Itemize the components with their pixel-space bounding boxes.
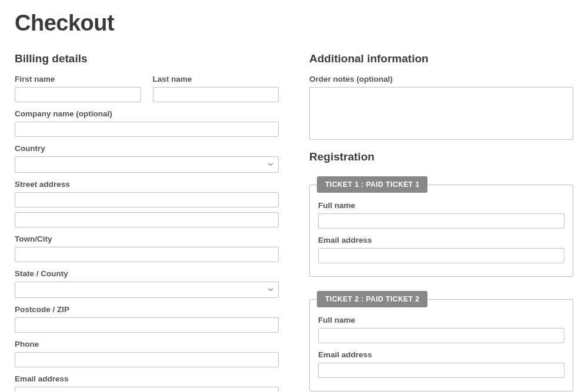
ticket-1-fullname-label: Full name	[318, 201, 564, 210]
right-column: Additional information Order notes (opti…	[309, 52, 573, 392]
street-address-1-input[interactable]	[15, 192, 279, 207]
ticket-2-fullname-label: Full name	[318, 316, 564, 324]
town-input[interactable]	[15, 247, 279, 262]
town-label: Town/City	[15, 234, 279, 243]
phone-input[interactable]	[15, 352, 279, 367]
order-notes-textarea[interactable]	[309, 87, 573, 140]
last-name-label: Last name	[153, 75, 279, 83]
street-label: Street address	[15, 180, 279, 189]
billing-email-input[interactable]	[15, 387, 279, 392]
company-input[interactable]	[15, 122, 279, 137]
checkout-columns: Billing details First name Last name Com…	[15, 52, 573, 392]
ticket-1-fullname-input[interactable]	[318, 213, 564, 229]
billing-email-label: Email address	[15, 374, 279, 383]
registration-heading: Registration	[309, 150, 573, 163]
postcode-input[interactable]	[15, 317, 279, 333]
ticket-2-legend: TICKET 2 : PAID TICKET 2	[317, 291, 427, 307]
ticket-1-legend: TICKET 1 : PAID TICKET 1	[317, 176, 427, 193]
ticket-1-email-label: Email address	[318, 236, 564, 244]
order-notes-label: Order notes (optional)	[309, 75, 573, 83]
billing-column: Billing details First name Last name Com…	[15, 52, 279, 392]
first-name-input[interactable]	[15, 87, 141, 102]
company-label: Company name (optional)	[15, 109, 279, 118]
additional-heading: Additional information	[309, 52, 573, 65]
last-name-input[interactable]	[153, 87, 279, 102]
country-label: Country	[15, 144, 279, 153]
ticket-2-email-input[interactable]	[318, 363, 564, 378]
chevron-down-icon	[268, 286, 273, 294]
ticket-2-fieldset: TICKET 2 : PAID TICKET 2 Full name Email…	[309, 291, 573, 391]
ticket-2-fullname-input[interactable]	[318, 328, 564, 343]
street-address-2-input[interactable]	[15, 212, 279, 227]
state-select[interactable]	[15, 282, 279, 298]
chevron-down-icon	[268, 160, 273, 169]
phone-label: Phone	[15, 340, 279, 349]
ticket-2-email-label: Email address	[318, 350, 564, 359]
first-name-label: First name	[15, 75, 141, 83]
ticket-1-fieldset: TICKET 1 : PAID TICKET 1 Full name Email…	[309, 176, 573, 277]
billing-heading: Billing details	[15, 52, 279, 65]
page-title: Checkout	[15, 11, 573, 36]
state-label: State / County	[15, 269, 279, 278]
ticket-1-email-input[interactable]	[318, 248, 564, 263]
postcode-label: Postcode / ZIP	[15, 305, 279, 314]
country-select[interactable]	[15, 156, 279, 173]
